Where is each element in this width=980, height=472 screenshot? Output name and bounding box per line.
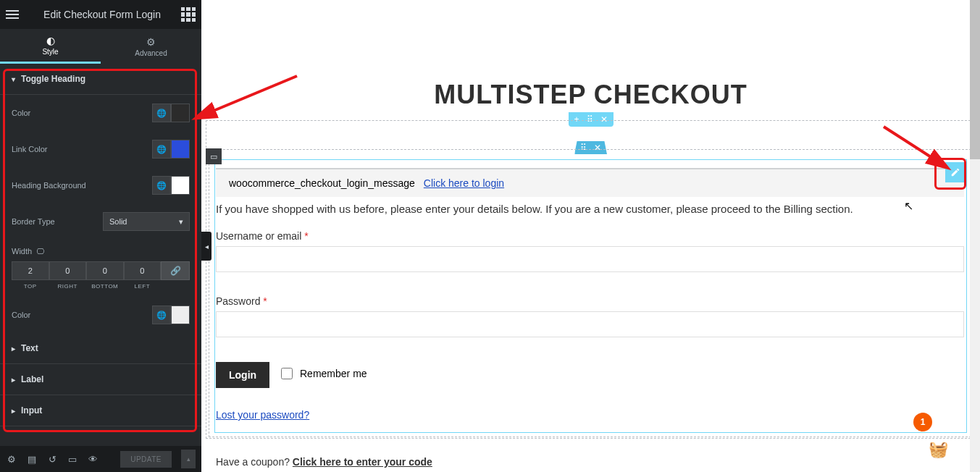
tab-label: Advanced <box>135 49 167 57</box>
desktop-icon[interactable]: 🖵 <box>36 247 44 256</box>
width-label-top: TOP <box>24 283 37 290</box>
caret-right-icon: ▸ <box>12 345 15 353</box>
color-swatch[interactable] <box>171 104 190 122</box>
coupon-prompt: Have a coupon? <box>216 456 290 468</box>
control-border-type: Border Type Solid ▾ <box>0 203 201 240</box>
caret-down-icon: ▾ <box>12 75 15 83</box>
responsive-icon[interactable]: ▭ <box>67 453 78 465</box>
width-left-input[interactable] <box>124 261 162 280</box>
gear-icon: ⚙ <box>146 36 156 48</box>
sidebar-header: Edit Checkout Form Login <box>0 0 201 29</box>
widget-outline <box>214 159 967 433</box>
border-type-select[interactable]: Solid ▾ <box>103 212 190 231</box>
control-link-color: Link Color 🌐 <box>0 131 201 167</box>
width-bottom-input[interactable] <box>86 261 124 280</box>
username-label: Username or email * <box>216 230 309 242</box>
login-button[interactable]: Login <box>216 362 269 388</box>
navigator-icon[interactable]: ▤ <box>26 453 38 465</box>
control-heading-background: Heading Background 🌐 <box>0 167 201 203</box>
sidebar-footer: ⚙ ▤ ↺ ▭ 👁 UPDATE ▴ <box>0 446 201 472</box>
control-label: Color <box>12 311 30 319</box>
settings-icon[interactable]: ⚙ <box>6 453 17 465</box>
coupon-link[interactable]: Click here to enter your code <box>293 456 432 468</box>
globe-icon[interactable]: 🌐 <box>152 176 171 195</box>
remember-me[interactable]: Remember me <box>281 368 367 379</box>
login-message-bar: woocommerce_checkout_login_message Click… <box>216 168 964 197</box>
column-handle-icon[interactable]: ▭ <box>206 148 222 164</box>
coupon-row: Have a coupon? Click here to enter your … <box>216 456 432 468</box>
color-swatch[interactable] <box>171 140 190 159</box>
menu-icon[interactable] <box>6 6 23 23</box>
update-options-button[interactable]: ▴ <box>181 450 196 468</box>
section-label[interactable]: ▸ Label <box>0 364 201 395</box>
panel-body: ▾ Toggle Heading Color 🌐 Link Color 🌐 He… <box>0 64 201 426</box>
remember-label: Remember me <box>300 368 367 379</box>
section-label: Toggle Heading <box>21 74 85 84</box>
notification-badge[interactable]: 1 <box>913 413 932 431</box>
lost-password-link[interactable]: Lost your password? <box>216 409 309 421</box>
page-title: MULTISTEP CHECKOUT <box>201 80 980 110</box>
control-label: Color <box>12 109 30 117</box>
pencil-icon <box>950 167 960 177</box>
control-border-color: Color 🌐 <box>0 297 201 333</box>
control-label: Heading Background <box>12 181 86 190</box>
required-marker: * <box>304 230 308 242</box>
section-label: Text <box>21 343 38 353</box>
control-label: Border Type <box>12 217 55 226</box>
edit-widget-button[interactable] <box>945 162 966 182</box>
required-marker: * <box>263 295 267 307</box>
control-width: Width 🖵 TOP RIGHT BOTTOM LEFT <box>0 240 201 297</box>
width-top-input[interactable] <box>12 261 49 280</box>
width-label-right: RIGHT <box>58 283 78 290</box>
globe-icon[interactable]: 🌐 <box>152 305 171 324</box>
label-text: Username or email <box>216 230 301 242</box>
section-input[interactable]: ▸ Input <box>0 395 201 426</box>
section-toggle-heading[interactable]: ▾ Toggle Heading <box>0 64 201 95</box>
globe-icon[interactable]: 🌐 <box>152 140 171 159</box>
preview-canvas: MULTISTEP CHECKOUT + ⠿ ✕ ⠿ ✕ ▭ woocommer… <box>201 0 980 472</box>
label-text: Password <box>216 295 260 307</box>
globe-icon[interactable]: 🌐 <box>152 104 171 122</box>
username-input[interactable] <box>216 246 964 272</box>
color-swatch[interactable] <box>171 176 190 195</box>
remember-checkbox[interactable] <box>281 368 293 379</box>
collapse-sidebar-button[interactable]: ◂ <box>201 232 212 261</box>
login-info-text: If you have shopped with us before, plea… <box>216 203 964 215</box>
preview-icon[interactable]: 👁 <box>87 453 99 465</box>
tab-advanced[interactable]: ⚙ Advanced <box>101 29 201 64</box>
section-label: Input <box>21 405 42 416</box>
style-icon: ◐ <box>46 35 55 46</box>
scrollbar-thumb[interactable] <box>970 0 980 159</box>
cart-icon[interactable]: 🧺 <box>929 440 948 459</box>
tab-style[interactable]: ◐ Style <box>0 29 101 64</box>
width-label-bottom: BOTTOM <box>91 283 118 290</box>
tab-label: Style <box>42 48 58 56</box>
width-right-input[interactable] <box>49 261 87 280</box>
width-label-left: LEFT <box>134 283 150 290</box>
update-button[interactable]: UPDATE <box>120 451 172 468</box>
login-link[interactable]: Click here to login <box>424 177 504 189</box>
control-label: Width <box>12 247 32 256</box>
caret-right-icon: ▸ <box>12 407 15 415</box>
control-label: Link Color <box>12 145 48 153</box>
link-values-icon[interactable]: 🔗 <box>161 261 190 280</box>
widgets-grid-icon[interactable] <box>181 7 196 22</box>
editor-sidebar: Edit Checkout Form Login ◐ Style ⚙ Advan… <box>0 0 201 472</box>
control-color: Color 🌐 <box>0 95 201 131</box>
section-label: Label <box>21 374 43 384</box>
chevron-down-icon: ▾ <box>179 217 183 227</box>
select-value: Solid <box>109 217 127 226</box>
sidebar-title: Edit Checkout Form Login <box>23 9 181 20</box>
message-key: woocommerce_checkout_login_message <box>229 177 415 189</box>
caret-right-icon: ▸ <box>12 376 15 384</box>
password-input[interactable] <box>216 311 964 337</box>
password-label: Password * <box>216 295 267 307</box>
history-icon[interactable]: ↺ <box>46 453 58 465</box>
section-text[interactable]: ▸ Text <box>0 333 201 364</box>
color-swatch[interactable] <box>171 305 190 324</box>
sidebar-tabs: ◐ Style ⚙ Advanced <box>0 29 201 64</box>
